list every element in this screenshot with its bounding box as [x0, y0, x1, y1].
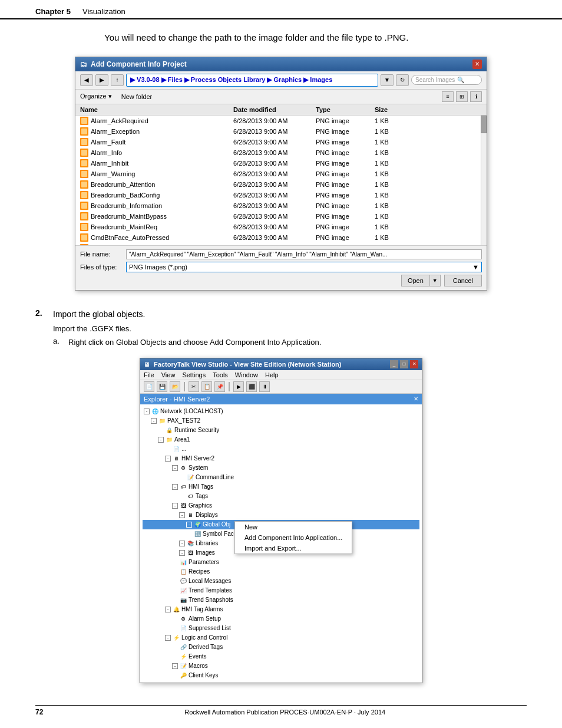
address-dropdown-button[interactable]: ▼	[381, 74, 394, 86]
scrollbar-track[interactable]	[481, 116, 487, 245]
file-list-scroll[interactable]: Alarm_AckRequired 6/28/2013 9:00 AM PNG …	[75, 116, 487, 245]
tree-node-suppressed[interactable]: 📄 Suppressed List	[143, 624, 419, 633]
menu-settings[interactable]: Settings	[182, 371, 206, 378]
tree-node-alarmsetup[interactable]: ⚙ Alarm Setup	[143, 614, 419, 624]
file-item[interactable]: CmdBtnFace_AutoReady 6/28/2013 9:00 AM P…	[75, 243, 487, 245]
toolbar-pause-icon[interactable]: ⏸	[259, 381, 270, 392]
refresh-button[interactable]: ↻	[396, 74, 409, 86]
filename-input[interactable]	[126, 249, 482, 259]
scrollbar-thumb[interactable]	[481, 116, 487, 133]
tree-toggle-area1[interactable]: -	[158, 437, 164, 443]
toolbar-new-icon[interactable]: 📄	[144, 381, 154, 392]
tree-node-hmialarms[interactable]: - 🔔 HMI Tag Alarms	[143, 605, 419, 614]
toolbar-paste-icon[interactable]: 📌	[214, 381, 225, 392]
tree-toggle-pax[interactable]: -	[151, 418, 157, 424]
tree-node-hmitags[interactable]: - 🏷 HMI Tags	[143, 482, 419, 492]
tree-node-trendtmpl[interactable]: 📈 Trend Templates	[143, 586, 419, 595]
toolbar-stop-icon[interactable]: ⬛	[246, 381, 257, 392]
tree-label-displays: Displays	[196, 512, 218, 518]
toolbar-copy-icon[interactable]: 📋	[201, 381, 212, 392]
file-item[interactable]: Alarm_Info 6/28/2013 9:00 AM PNG image 1…	[75, 147, 487, 158]
tree-toggle-displays[interactable]: -	[179, 512, 185, 518]
tree-toggle-hmialarms[interactable]: -	[165, 607, 171, 612]
open-button[interactable]: Open	[401, 275, 429, 286]
tree-node-graphics[interactable]: - 🖼 Graphics	[143, 501, 419, 510]
file-item[interactable]: Breadcrumb_MaintReq 6/28/2013 9:00 AM PN…	[75, 222, 487, 232]
menu-view[interactable]: View	[161, 371, 176, 378]
tree-toggle-system[interactable]: -	[172, 465, 178, 471]
organize-menu[interactable]: Organize ▾	[80, 93, 112, 100]
up-button[interactable]: ↑	[111, 74, 124, 86]
toolbar-save-icon[interactable]: 💾	[157, 381, 167, 392]
tree-node-recipes[interactable]: 📋 Recipes	[143, 567, 419, 577]
tree-toggle-libraries[interactable]: -	[179, 541, 185, 546]
filetype-box[interactable]: PNG Images (*.png) ▼	[126, 262, 482, 272]
menu-file[interactable]: File	[144, 371, 154, 378]
file-item[interactable]: Alarm_Inhibit 6/28/2013 9:00 AM PNG imag…	[75, 158, 487, 169]
file-item[interactable]: Alarm_Fault 6/28/2013 9:00 AM PNG image …	[75, 137, 487, 147]
ft-minimize-button[interactable]: _	[390, 360, 398, 368]
tree-node-clientkeys[interactable]: 🔑 Client Keys	[143, 671, 419, 680]
explorer-close-button[interactable]: ✕	[414, 396, 418, 402]
new-folder-button[interactable]: New folder	[121, 93, 153, 100]
tree-node-tags[interactable]: 🏷 Tags	[143, 492, 419, 501]
tree-node-security[interactable]: 🔒 Runtime Security	[143, 426, 419, 435]
file-item[interactable]: Alarm_Exception 6/28/2013 9:00 AM PNG im…	[75, 126, 487, 137]
context-menu-import-export[interactable]: Import and Export...	[235, 543, 352, 554]
tree-node-pax[interactable]: - 📁 PAX_TEST2	[143, 416, 419, 426]
tree-node-trendsnap[interactable]: 📷 Trend Snapshots	[143, 595, 419, 605]
tree-node-dots[interactable]: 📄 ...	[143, 444, 419, 454]
menu-window[interactable]: Window	[235, 371, 258, 378]
tree-toggle-macros[interactable]: -	[172, 663, 178, 669]
tree-node-localmsg[interactable]: 💬 Local Messages	[143, 577, 419, 586]
file-item[interactable]: Alarm_Warning 6/28/2013 9:00 AM PNG imag…	[75, 169, 487, 179]
tree-node-displays[interactable]: - 🖥 Displays	[143, 510, 419, 520]
back-button[interactable]: ◀	[80, 74, 93, 86]
tree-toggle-images[interactable]: -	[179, 550, 185, 556]
view-tile-button[interactable]: ⊞	[456, 91, 468, 102]
tree-toggle-network[interactable]: -	[144, 409, 150, 414]
search-box[interactable]: Search Images 🔍	[411, 75, 482, 85]
cancel-button[interactable]: Cancel	[444, 275, 482, 286]
toolbar-run-icon[interactable]: ▶	[233, 381, 244, 392]
menu-tools[interactable]: Tools	[213, 371, 228, 378]
file-item[interactable]: CmdBtnFace_AutoPressed 6/28/2013 9:00 AM…	[75, 232, 487, 243]
menu-help[interactable]: Help	[265, 371, 279, 378]
file-item[interactable]: Breadcrumb_Information 6/28/2013 9:00 AM…	[75, 200, 487, 211]
view-list-button[interactable]: ≡	[442, 91, 454, 102]
tree-node-derived[interactable]: 🔗 Derived Tags	[143, 643, 419, 652]
tree-toggle-graphics[interactable]: -	[172, 503, 178, 509]
tree-toggle-globalobj[interactable]: -	[186, 522, 192, 528]
file-item[interactable]: Breadcrumb_Attention 6/28/2013 9:00 AM P…	[75, 179, 487, 190]
toolbar-cut-icon[interactable]: ✂	[189, 381, 199, 392]
filename-label: File name:	[80, 251, 121, 258]
dialog-close-button[interactable]: ✕	[472, 60, 482, 69]
view-info-button[interactable]: ℹ	[470, 91, 482, 102]
toolbar-open-icon[interactable]: 📂	[170, 381, 180, 392]
file-item[interactable]: Breadcrumb_BadConfig 6/28/2013 9:00 AM P…	[75, 190, 487, 200]
tree-node-system[interactable]: - ⚙ System	[143, 463, 419, 473]
open-dropdown-button[interactable]: ▼	[429, 275, 441, 286]
tree-node-macros[interactable]: - 📝 Macros	[143, 661, 419, 671]
dialog-footer: File name: Files of type: PNG Images (*.…	[75, 245, 487, 290]
file-item[interactable]: Alarm_AckRequired 6/28/2013 9:00 AM PNG …	[75, 116, 487, 126]
tree-node-network[interactable]: - 🌐 Network (LOCALHOST)	[143, 407, 419, 416]
address-bar[interactable]: ▶ V3.0-08 ▶ Files ▶ Process Objects Libr…	[126, 74, 378, 87]
context-menu-add-component[interactable]: Add Component Into Application...	[235, 532, 352, 543]
ft-maximize-button[interactable]: □	[400, 360, 408, 368]
tree-toggle-hmitags[interactable]: -	[172, 484, 178, 490]
tree-node-events[interactable]: ⚡ Events	[143, 652, 419, 661]
forward-button[interactable]: ▶	[95, 74, 108, 86]
tree-node-cmdline[interactable]: 📝 CommandLine	[143, 473, 419, 482]
context-menu-new[interactable]: New	[235, 522, 352, 532]
ft-close-button[interactable]: ✕	[410, 360, 418, 368]
tree-node-hmiserver[interactable]: - 🖥 HMI Server2	[143, 454, 419, 463]
file-item[interactable]: Breadcrumb_MaintBypass 6/28/2013 9:00 AM…	[75, 211, 487, 222]
tree-label-symbolfac: Symbol Fac	[203, 531, 234, 537]
tree-toggle-hmiserver[interactable]: -	[165, 456, 171, 462]
tree-node-area1[interactable]: - 📁 Area1	[143, 435, 419, 444]
search-icon: 🔍	[457, 77, 464, 83]
tree-node-logic[interactable]: - ⚡ Logic and Control	[143, 633, 419, 643]
tree-node-parameters[interactable]: 📊 Parameters	[143, 558, 419, 567]
tree-toggle-logic[interactable]: -	[165, 635, 171, 641]
